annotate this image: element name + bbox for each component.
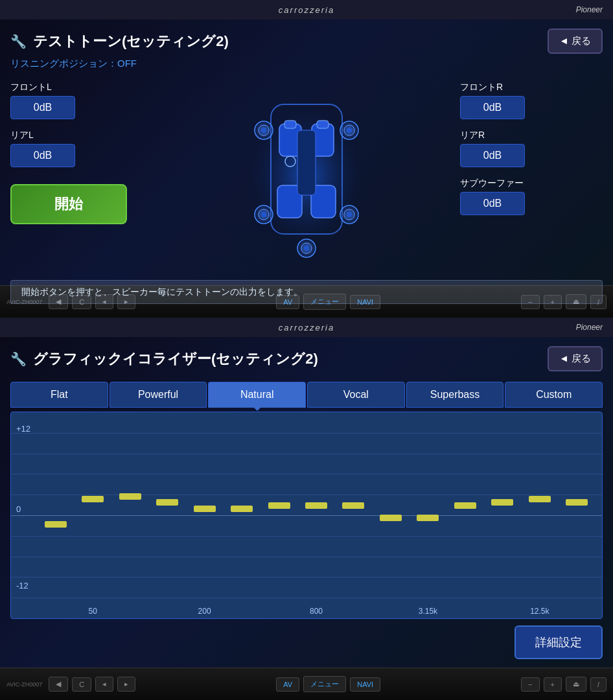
bottom-ctrl-minus-btn[interactable]: − <box>521 677 539 692</box>
front-l-group: フロントL 0dB <box>10 82 153 119</box>
bottom-ctrl-prev-btn[interactable]: ◂ <box>95 677 113 692</box>
bottom-title-row: 🔧 グラフィックイコライザー(セッティング2) ◄ 戻る <box>0 337 613 374</box>
svg-point-15 <box>347 128 352 133</box>
bottom-back-button[interactable]: ◄ 戻る <box>548 346 603 371</box>
front-r-db-btn[interactable]: 0dB <box>460 96 525 119</box>
bottom-brand-pioneer: Pioneer <box>576 323 603 332</box>
bottom-screen: 🔧 グラフィックイコライザー(セッティング2) ◄ 戻る FlatPowerfu… <box>0 337 613 668</box>
top-screen: 🔧 テストトーン(セッティング2) ◄ 戻る リスニングポジション：OFF フロ… <box>0 19 613 285</box>
eq-indicator <box>566 499 588 506</box>
eq-indicator <box>268 502 290 509</box>
eq-indicator <box>491 499 513 506</box>
bottom-title: グラフィックイコライザー(セッティング2) <box>33 349 318 369</box>
svg-point-12 <box>261 128 266 133</box>
eq-freq-label: 12.5k <box>484 607 596 616</box>
bottom-ctrl-next-btn[interactable]: ▸ <box>117 677 135 692</box>
bottom-ctrl-av-btn[interactable]: AV <box>276 677 299 692</box>
top-title-row: 🔧 テストトーン(セッティング2) ◄ 戻る <box>0 19 613 56</box>
eq-indicator <box>380 515 402 521</box>
eq-tab-vocal[interactable]: Vocal <box>307 382 405 408</box>
eq-freq-label: 50 <box>37 607 148 616</box>
front-r-label: フロントR <box>460 82 503 93</box>
front-l-label: フロントL <box>10 82 153 93</box>
rear-r-db-btn[interactable]: 0dB <box>460 144 525 167</box>
front-r-group: フロントR 0dB <box>460 82 603 119</box>
bottom-ctrl-eject-btn[interactable]: ⏏ <box>566 677 586 692</box>
eq-bar-group <box>111 412 148 599</box>
front-l-db-btn[interactable]: 0dB <box>10 96 75 119</box>
eq-tab-natural[interactable]: Natural <box>208 382 306 408</box>
bottom-ctrl-slash-btn[interactable]: / <box>590 677 607 692</box>
bottom-ctrl-plus-btn[interactable]: + <box>544 677 562 692</box>
svg-rect-8 <box>297 130 316 195</box>
eq-bar-group <box>410 412 446 599</box>
bottom-title-left: 🔧 グラフィックイコライザー(セッティング2) <box>10 349 318 369</box>
center-panel <box>159 82 454 270</box>
eq-tab-powerful[interactable]: Powerful <box>110 382 207 408</box>
subwoofer-db-btn[interactable]: 0dB <box>460 192 525 215</box>
start-button[interactable]: 開始 <box>10 184 127 224</box>
top-back-button[interactable]: ◄ 戻る <box>548 29 603 54</box>
eq-tab-custom[interactable]: Custom <box>505 382 603 408</box>
right-panel: フロントR 0dB リアR 0dB サブウーファー 0dB <box>460 82 603 270</box>
eq-indicator <box>417 515 439 521</box>
rear-l-group: リアL 0dB <box>10 130 153 167</box>
top-title: テストトーン(セッティング2) <box>33 32 229 51</box>
eq-bar-group <box>223 412 260 599</box>
eq-freq-label: 200 <box>148 607 260 616</box>
bottom-unit: carrozzeria Pioneer 🔧 グラフィックイコライザー(セッティン… <box>0 318 613 700</box>
eq-freq-label: 3.15k <box>372 607 483 616</box>
eq-bar-group <box>559 412 596 599</box>
bottom-ctrl-menu-btn[interactable]: メニュー <box>303 676 346 692</box>
eq-bar-group <box>521 412 558 599</box>
eq-tab-flat[interactable]: Flat <box>10 382 108 408</box>
bottom-ctrl-c-btn[interactable]: C <box>72 677 91 692</box>
bottom-ctrl-back-btn[interactable]: ◀ <box>49 677 68 692</box>
eq-bar-group <box>260 412 297 599</box>
eq-bar-group <box>446 412 483 599</box>
eq-bar-group <box>37 412 74 599</box>
detail-btn-row: 詳細設定 <box>0 625 613 666</box>
svg-point-21 <box>347 212 352 217</box>
wrench-icon: 🔧 <box>10 34 27 49</box>
eq-indicator <box>305 502 327 509</box>
car-illustration <box>235 85 378 266</box>
eq-indicator <box>454 502 476 509</box>
svg-rect-4 <box>284 121 296 128</box>
svg-point-18 <box>261 212 266 217</box>
eq-bar-group <box>335 412 372 599</box>
eq-bar-group <box>74 412 111 599</box>
eq-bar-group <box>484 412 521 599</box>
eq-chart-area: +12 0 -12 502008003.15k12.5k <box>10 412 603 619</box>
left-panel: フロントL 0dB リアL 0dB 開始 <box>10 82 153 270</box>
top-title-left: 🔧 テストトーン(セッティング2) <box>10 32 229 51</box>
bottom-brand-carrozzeria: carrozzeria <box>279 323 334 332</box>
bottom-wrench-icon: 🔧 <box>10 351 27 367</box>
subtitle-text: リスニングポジション：OFF <box>10 58 137 69</box>
svg-point-24 <box>304 246 309 251</box>
eq-bar-group <box>148 412 185 599</box>
subwoofer-group: サブウーファー 0dB <box>460 178 603 215</box>
detail-button[interactable]: 詳細設定 <box>515 625 603 659</box>
info-text: 開始ボタンを押すと、スピーカー毎にテストトーンの出力をします。 <box>21 286 303 297</box>
eq-indicator <box>342 502 364 509</box>
eq-tabs: FlatPowerfulNaturalVocalSuperbassCustom <box>0 374 613 408</box>
bottom-device-id: AVIC-ZH0007 <box>6 681 42 688</box>
eq-indicator <box>194 506 216 512</box>
eq-freq-label: 800 <box>260 607 372 616</box>
svg-rect-5 <box>317 121 329 128</box>
eq-tab-superbass[interactable]: Superbass <box>406 382 504 408</box>
top-header-bar: carrozzeria Pioneer <box>0 0 613 19</box>
rear-l-db-btn[interactable]: 0dB <box>10 144 75 167</box>
bottom-ctrl-navi-btn[interactable]: NAVI <box>350 677 380 692</box>
brand-pioneer: Pioneer <box>576 5 603 14</box>
eq-freq-labels: 502008003.15k12.5k <box>37 607 596 616</box>
eq-bar-group <box>372 412 409 599</box>
brand-carrozzeria: carrozzeria <box>279 5 334 15</box>
eq-indicator <box>45 521 67 528</box>
eq-indicator <box>231 506 253 512</box>
eq-indicator <box>82 496 104 502</box>
subtitle-row: リスニングポジション：OFF <box>0 56 613 75</box>
bottom-control-bar: AVIC-ZH0007 ◀ C ◂ ▸ AV メニュー NAVI − + ⏏ / <box>0 668 613 700</box>
eq-bars-container <box>37 412 596 599</box>
